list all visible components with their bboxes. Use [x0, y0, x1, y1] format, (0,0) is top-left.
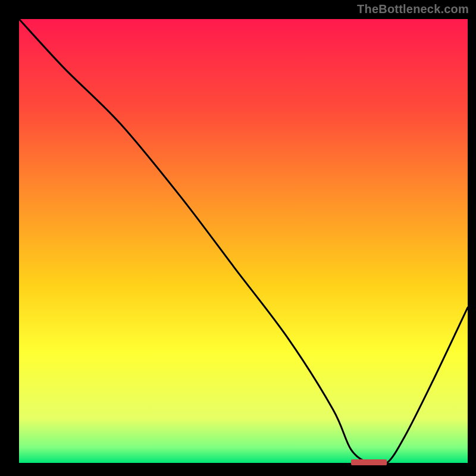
plot-background	[19, 19, 468, 463]
chart-svg	[0, 0, 476, 476]
watermark-label: TheBottleneck.com	[357, 2, 469, 16]
minimum-marker	[351, 459, 387, 465]
chart-container: TheBottleneck.com	[0, 0, 476, 476]
